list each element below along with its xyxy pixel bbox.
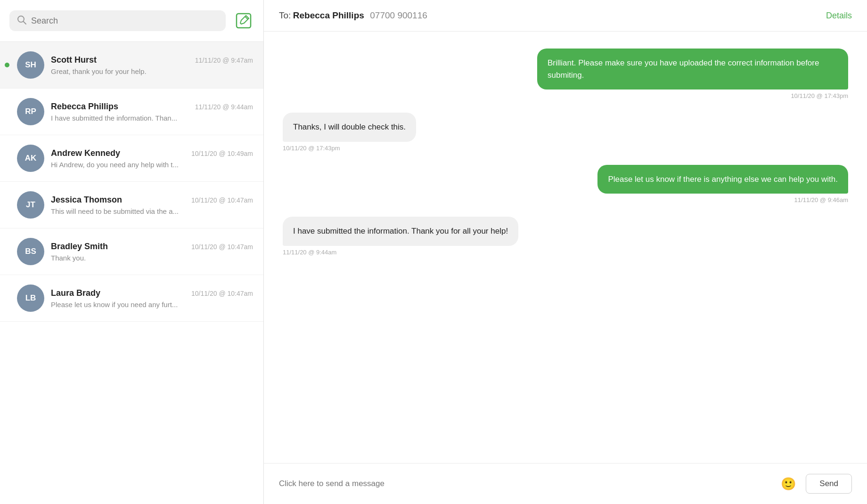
svg-rect-2: [237, 14, 251, 28]
conversation-item[interactable]: AK Andrew Kennedy 10/11/20 @ 10:49am Hi …: [0, 135, 263, 182]
conv-time: 11/11/20 @ 9:44am: [195, 103, 253, 111]
emoji-button[interactable]: 🙂: [778, 474, 798, 494]
conv-header: Laura Brady 10/11/20 @ 10:47am: [51, 288, 253, 298]
conv-time: 10/11/20 @ 10:47am: [191, 243, 253, 251]
unread-dot: [5, 63, 9, 67]
conv-preview: This will need to be submitted via the a…: [51, 207, 253, 215]
conversation-list: SH Scott Hurst 11/11/20 @ 9:47am Great, …: [0, 42, 263, 504]
search-bar-row: [0, 0, 263, 42]
chat-header-recipient: To: Rebecca Phillips 07700 900116: [279, 10, 427, 21]
conv-header: Jessica Thomson 10/11/20 @ 10:47am: [51, 195, 253, 205]
conv-time: 10/11/20 @ 10:47am: [191, 290, 253, 297]
details-link[interactable]: Details: [826, 11, 852, 21]
message-block: I have submitted the information. Thank …: [283, 217, 848, 256]
conv-header: Bradley Smith 10/11/20 @ 10:47am: [51, 242, 253, 252]
conv-header: Scott Hurst 11/11/20 @ 9:47am: [51, 55, 253, 65]
left-panel: SH Scott Hurst 11/11/20 @ 9:47am Great, …: [0, 0, 264, 504]
message-time: 10/11/20 @ 17:43pm: [791, 92, 848, 99]
conv-time: 10/11/20 @ 10:47am: [191, 196, 253, 204]
avatar: BS: [17, 238, 44, 265]
message-bubble: Brilliant. Please make sure you have upl…: [537, 49, 848, 89]
conv-header: Rebecca Phillips 11/11/20 @ 9:44am: [51, 102, 253, 112]
conversation-item[interactable]: RP Rebecca Phillips 11/11/20 @ 9:44am I …: [0, 89, 263, 135]
search-input[interactable]: [31, 16, 218, 26]
conv-preview: I have submitted the information. Than..…: [51, 114, 253, 122]
compose-button[interactable]: [233, 10, 254, 31]
right-panel: To: Rebecca Phillips 07700 900116 Detail…: [264, 0, 867, 504]
message-bubble: Please let us know if there is anything …: [597, 165, 848, 194]
conversation-item[interactable]: JT Jessica Thomson 10/11/20 @ 10:47am Th…: [0, 182, 263, 228]
message-block: Please let us know if there is anything …: [283, 165, 848, 204]
avatar: RP: [17, 98, 44, 125]
chat-header: To: Rebecca Phillips 07700 900116 Detail…: [264, 0, 867, 32]
conversation-item[interactable]: SH Scott Hurst 11/11/20 @ 9:47am Great, …: [0, 42, 263, 89]
conv-name: Andrew Kennedy: [51, 148, 120, 158]
conv-content: Bradley Smith 10/11/20 @ 10:47am Thank y…: [51, 242, 253, 262]
conversation-item[interactable]: BS Bradley Smith 10/11/20 @ 10:47am Than…: [0, 228, 263, 275]
svg-line-1: [24, 22, 26, 24]
message-input[interactable]: [279, 479, 771, 488]
conv-preview: Great, thank you for your help.: [51, 67, 253, 75]
conv-name: Bradley Smith: [51, 242, 108, 252]
conversation-item[interactable]: LB Laura Brady 10/11/20 @ 10:47am Please…: [0, 275, 263, 322]
message-block: Brilliant. Please make sure you have upl…: [283, 49, 848, 99]
conv-preview: Please let us know if you need any furt.…: [51, 301, 253, 309]
conv-content: Andrew Kennedy 10/11/20 @ 10:49am Hi And…: [51, 148, 253, 169]
search-icon: [17, 15, 26, 26]
recipient-phone: 07700 900116: [370, 10, 427, 20]
conv-content: Scott Hurst 11/11/20 @ 9:47am Great, tha…: [51, 55, 253, 75]
message-time: 10/11/20 @ 17:43pm: [283, 145, 340, 152]
avatar: AK: [17, 145, 44, 172]
conv-time: 11/11/20 @ 9:47am: [195, 57, 253, 64]
search-input-wrapper[interactable]: [9, 10, 226, 31]
message-block: Thanks, I will double check this.10/11/2…: [283, 113, 848, 152]
send-button[interactable]: Send: [806, 474, 852, 494]
message-bubble: I have submitted the information. Thank …: [283, 217, 518, 246]
avatar: JT: [17, 191, 44, 219]
conv-preview: Thank you.: [51, 254, 253, 262]
messages-area: Brilliant. Please make sure you have upl…: [264, 32, 867, 463]
conv-time: 10/11/20 @ 10:49am: [191, 150, 253, 157]
conv-content: Jessica Thomson 10/11/20 @ 10:47am This …: [51, 195, 253, 215]
conv-preview: Hi Andrew, do you need any help with t..…: [51, 161, 253, 169]
message-bubble: Thanks, I will double check this.: [283, 113, 416, 142]
conv-content: Rebecca Phillips 11/11/20 @ 9:44am I hav…: [51, 102, 253, 122]
to-label: To:: [279, 10, 291, 20]
avatar: SH: [17, 51, 44, 79]
message-input-area: 🙂 Send: [264, 463, 867, 504]
message-time: 11/11/20 @ 9:44am: [283, 249, 336, 256]
recipient-name: Rebecca Phillips: [293, 10, 364, 20]
conv-name: Rebecca Phillips: [51, 102, 118, 112]
message-time: 11/11/20 @ 9:46am: [794, 196, 848, 203]
conv-name: Laura Brady: [51, 288, 100, 298]
avatar: LB: [17, 285, 44, 312]
conv-content: Laura Brady 10/11/20 @ 10:47am Please le…: [51, 288, 253, 309]
conv-header: Andrew Kennedy 10/11/20 @ 10:49am: [51, 148, 253, 158]
conv-name: Jessica Thomson: [51, 195, 122, 205]
conv-name: Scott Hurst: [51, 55, 97, 65]
